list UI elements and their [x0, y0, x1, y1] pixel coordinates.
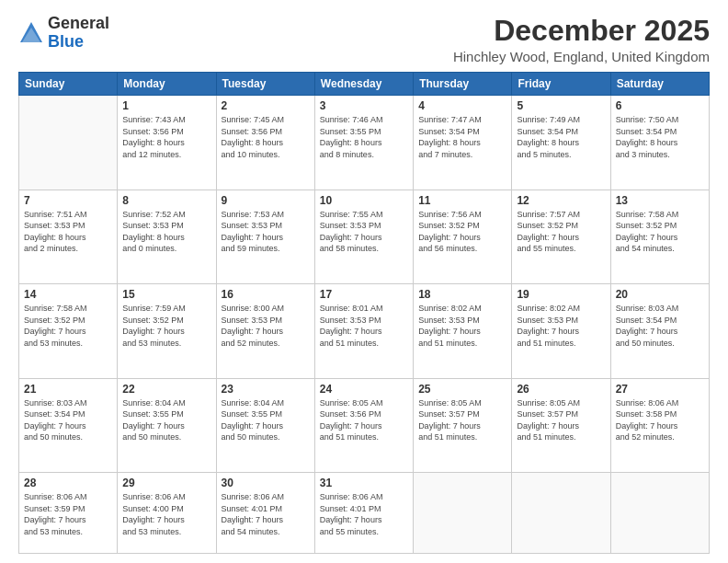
logo-icon [18, 20, 44, 46]
day-number: 4 [418, 99, 506, 112]
day-number: 18 [418, 288, 506, 301]
day-number: 8 [122, 194, 210, 207]
day-info: Sunrise: 7:47 AM Sunset: 3:54 PM Dayligh… [418, 114, 506, 160]
table-row: 24Sunrise: 8:05 AM Sunset: 3:56 PM Dayli… [314, 378, 413, 473]
day-number: 11 [418, 194, 506, 207]
day-number: 9 [222, 194, 310, 207]
table-row: 19Sunrise: 8:02 AM Sunset: 3:53 PM Dayli… [512, 284, 610, 379]
day-number: 29 [122, 477, 210, 489]
day-number: 13 [616, 194, 704, 207]
table-row: 11Sunrise: 7:56 AM Sunset: 3:52 PM Dayli… [414, 190, 512, 284]
day-info: Sunrise: 8:06 AM Sunset: 4:00 PM Dayligh… [122, 491, 210, 537]
day-info: Sunrise: 7:53 AM Sunset: 3:53 PM Dayligh… [222, 209, 310, 255]
day-info: Sunrise: 7:56 AM Sunset: 3:52 PM Dayligh… [418, 209, 506, 255]
day-number: 17 [320, 288, 408, 301]
day-number: 22 [122, 383, 210, 396]
table-row [19, 96, 118, 190]
day-number: 19 [517, 288, 605, 301]
day-info: Sunrise: 8:06 AM Sunset: 4:01 PM Dayligh… [320, 491, 408, 537]
month-title: December 2025 [453, 15, 710, 47]
col-sunday: Sunday [19, 73, 118, 96]
day-number: 3 [320, 99, 408, 112]
day-number: 12 [517, 194, 605, 207]
day-info: Sunrise: 7:43 AM Sunset: 3:56 PM Dayligh… [122, 114, 210, 160]
table-row: 5Sunrise: 7:49 AM Sunset: 3:54 PM Daylig… [512, 96, 610, 190]
logo-general: General [48, 14, 109, 32]
day-info: Sunrise: 8:04 AM Sunset: 3:55 PM Dayligh… [222, 397, 310, 443]
day-number: 30 [222, 477, 310, 489]
calendar-page: General Blue December 2025 Hinchley Wood… [0, 0, 728, 563]
day-number: 14 [24, 288, 112, 301]
day-info: Sunrise: 8:01 AM Sunset: 3:53 PM Dayligh… [320, 303, 408, 349]
logo-text: General Blue [48, 15, 109, 52]
day-info: Sunrise: 7:51 AM Sunset: 3:53 PM Dayligh… [24, 209, 112, 255]
day-info: Sunrise: 8:02 AM Sunset: 3:53 PM Dayligh… [517, 303, 605, 349]
table-row: 1Sunrise: 7:43 AM Sunset: 3:56 PM Daylig… [118, 96, 216, 190]
table-row [414, 473, 512, 554]
table-row: 18Sunrise: 8:02 AM Sunset: 3:53 PM Dayli… [414, 284, 512, 379]
day-number: 6 [616, 99, 704, 112]
calendar-header-row: Sunday Monday Tuesday Wednesday Thursday… [19, 73, 710, 96]
table-row: 25Sunrise: 8:05 AM Sunset: 3:57 PM Dayli… [414, 378, 512, 473]
table-row: 21Sunrise: 8:03 AM Sunset: 3:54 PM Dayli… [19, 378, 118, 473]
day-info: Sunrise: 8:03 AM Sunset: 3:54 PM Dayligh… [24, 397, 112, 443]
day-number: 1 [122, 99, 210, 112]
day-info: Sunrise: 7:58 AM Sunset: 3:52 PM Dayligh… [616, 209, 704, 255]
table-row: 31Sunrise: 8:06 AM Sunset: 4:01 PM Dayli… [314, 473, 413, 554]
day-number: 27 [616, 383, 704, 396]
day-info: Sunrise: 8:06 AM Sunset: 3:59 PM Dayligh… [24, 491, 112, 537]
table-row: 15Sunrise: 7:59 AM Sunset: 3:52 PM Dayli… [118, 284, 216, 379]
table-row [512, 473, 610, 554]
location-text: Hinchley Wood, England, United Kingdom [453, 49, 710, 64]
table-row: 22Sunrise: 8:04 AM Sunset: 3:55 PM Dayli… [118, 378, 216, 473]
day-number: 21 [24, 383, 112, 396]
day-number: 28 [24, 477, 112, 489]
table-row: 12Sunrise: 7:57 AM Sunset: 3:52 PM Dayli… [512, 190, 610, 284]
day-number: 26 [517, 383, 605, 396]
day-info: Sunrise: 7:52 AM Sunset: 3:53 PM Dayligh… [122, 209, 210, 255]
day-number: 20 [616, 288, 704, 301]
day-info: Sunrise: 7:58 AM Sunset: 3:52 PM Dayligh… [24, 303, 112, 349]
table-row: 14Sunrise: 7:58 AM Sunset: 3:52 PM Dayli… [19, 284, 118, 379]
col-friday: Friday [512, 73, 610, 96]
day-number: 5 [517, 99, 605, 112]
day-info: Sunrise: 8:00 AM Sunset: 3:53 PM Dayligh… [222, 303, 310, 349]
table-row [610, 473, 709, 554]
day-info: Sunrise: 7:50 AM Sunset: 3:54 PM Dayligh… [616, 114, 704, 160]
day-info: Sunrise: 8:05 AM Sunset: 3:56 PM Dayligh… [320, 397, 408, 443]
day-info: Sunrise: 7:57 AM Sunset: 3:52 PM Dayligh… [517, 209, 605, 255]
day-info: Sunrise: 7:45 AM Sunset: 3:56 PM Dayligh… [222, 114, 310, 160]
day-number: 25 [418, 383, 506, 396]
day-info: Sunrise: 8:03 AM Sunset: 3:54 PM Dayligh… [616, 303, 704, 349]
day-info: Sunrise: 7:55 AM Sunset: 3:53 PM Dayligh… [320, 209, 408, 255]
logo: General Blue [18, 15, 109, 52]
table-row: 9Sunrise: 7:53 AM Sunset: 3:53 PM Daylig… [216, 190, 314, 284]
table-row: 17Sunrise: 8:01 AM Sunset: 3:53 PM Dayli… [314, 284, 413, 379]
table-row: 20Sunrise: 8:03 AM Sunset: 3:54 PM Dayli… [610, 284, 709, 379]
day-info: Sunrise: 8:05 AM Sunset: 3:57 PM Dayligh… [418, 397, 506, 443]
table-row: 26Sunrise: 8:05 AM Sunset: 3:57 PM Dayli… [512, 378, 610, 473]
col-wednesday: Wednesday [314, 73, 413, 96]
col-monday: Monday [118, 73, 216, 96]
day-number: 24 [320, 383, 408, 396]
table-row: 6Sunrise: 7:50 AM Sunset: 3:54 PM Daylig… [610, 96, 709, 190]
table-row: 13Sunrise: 7:58 AM Sunset: 3:52 PM Dayli… [610, 190, 709, 284]
day-info: Sunrise: 8:02 AM Sunset: 3:53 PM Dayligh… [418, 303, 506, 349]
table-row: 2Sunrise: 7:45 AM Sunset: 3:56 PM Daylig… [216, 96, 314, 190]
day-info: Sunrise: 8:06 AM Sunset: 4:01 PM Dayligh… [222, 491, 310, 537]
day-number: 16 [222, 288, 310, 301]
col-saturday: Saturday [610, 73, 709, 96]
table-row: 10Sunrise: 7:55 AM Sunset: 3:53 PM Dayli… [314, 190, 413, 284]
col-thursday: Thursday [414, 73, 512, 96]
table-row: 16Sunrise: 8:00 AM Sunset: 3:53 PM Dayli… [216, 284, 314, 379]
day-info: Sunrise: 7:59 AM Sunset: 3:52 PM Dayligh… [122, 303, 210, 349]
table-row: 4Sunrise: 7:47 AM Sunset: 3:54 PM Daylig… [414, 96, 512, 190]
table-row: 3Sunrise: 7:46 AM Sunset: 3:55 PM Daylig… [314, 96, 413, 190]
day-info: Sunrise: 8:06 AM Sunset: 3:58 PM Dayligh… [616, 397, 704, 443]
day-number: 23 [222, 383, 310, 396]
table-row: 7Sunrise: 7:51 AM Sunset: 3:53 PM Daylig… [19, 190, 118, 284]
table-row: 8Sunrise: 7:52 AM Sunset: 3:53 PM Daylig… [118, 190, 216, 284]
day-number: 2 [222, 99, 310, 112]
table-row: 23Sunrise: 8:04 AM Sunset: 3:55 PM Dayli… [216, 378, 314, 473]
logo-blue: Blue [48, 32, 84, 51]
